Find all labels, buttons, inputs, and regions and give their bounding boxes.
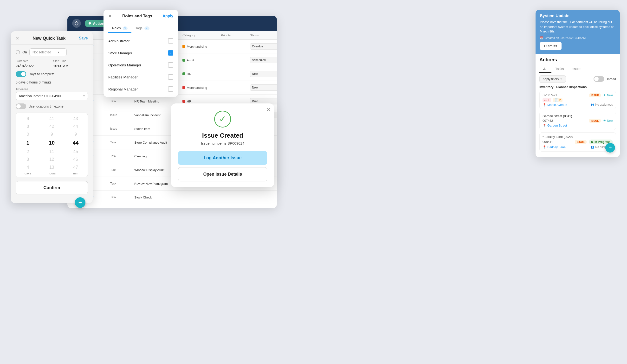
category-badge: HR [182, 72, 221, 76]
tab-issues[interactable]: Issues [568, 65, 585, 73]
mins-picker-col[interactable]: 43 44 9 44 45 46 47 min [66, 115, 85, 175]
action-card-3[interactable]: • Barkley Lane (0029) 008511 ISSUE ▶ In … [539, 132, 616, 152]
role-label: Operations Manager [108, 63, 141, 67]
issue-tag: ISSUE [589, 93, 601, 97]
action-card-header: 007452 ISSUE ★ New [542, 119, 613, 123]
row-type: Task [110, 196, 134, 199]
checkbox-unchecked[interactable] [168, 38, 173, 44]
system-update-banner: System Update Please note that the IT de… [535, 10, 620, 54]
dismiss-button[interactable]: Dismiss [540, 42, 562, 50]
not-selected-value: Not selected [33, 50, 51, 54]
nav-icon[interactable] [72, 19, 81, 28]
system-update-title: System Update [540, 13, 616, 18]
filter-icon: ⇅ [560, 77, 563, 81]
start-date-label: Start date [16, 59, 50, 63]
check-circle-icon: ✓ [214, 111, 231, 128]
tab-tags[interactable]: Tags 4 [131, 24, 153, 33]
picker-item: 45 [73, 148, 78, 155]
roles-item-facilities-manager[interactable]: Facilities Manager [104, 71, 178, 83]
orange-count: 📄 2 [553, 98, 563, 102]
task-panel-header: ✕ New Quick Task Save [11, 31, 93, 45]
issue-tag: ISSUE [575, 140, 586, 144]
action-card-1[interactable]: SP007491 ISSUE ★ New 🏷 1 📄 2 📍 Maple Ave… [539, 91, 616, 109]
status-select[interactable]: New ▾ [250, 85, 277, 91]
checkbox-checked[interactable]: ✓ [168, 50, 173, 56]
days-picker-label: days [25, 172, 31, 175]
roles-item-regional-manager[interactable]: Regional Manager [104, 83, 178, 95]
tab-tasks[interactable]: Tasks [551, 65, 568, 73]
actions-sidebar: System Update Please note that the IT de… [535, 10, 620, 157]
status-select[interactable]: Scheduled ▾ [250, 57, 277, 63]
on-radio[interactable] [16, 50, 20, 54]
task-panel-title: New Quick Task [33, 36, 65, 41]
col-status: Status: [250, 33, 277, 37]
checkbox-unchecked[interactable] [168, 62, 173, 68]
status-select[interactable]: New ▾ [250, 71, 277, 77]
location-text: Maple Avenue [547, 103, 567, 107]
issue-dialog-close-button[interactable]: ✕ [266, 107, 270, 113]
hours-picker-col[interactable]: 41 42 9 10 11 12 13 hours [42, 115, 61, 175]
actions-section-title: Actions [539, 57, 616, 63]
picker-item: 43 [73, 115, 78, 123]
add-fab-sidebar-button[interactable]: + [605, 143, 615, 152]
task-panel-save-button[interactable]: Save [79, 36, 88, 41]
add-fab-button[interactable]: + [75, 197, 85, 208]
picker-item: 13 [49, 163, 54, 171]
not-selected-dropdown[interactable]: Not selected ▾ [29, 48, 67, 56]
system-update-body: Please note that the IT department will … [540, 20, 616, 34]
location: 📍 Maple Avenue [542, 103, 567, 107]
roles-item-administrator[interactable]: Administrator [104, 35, 178, 47]
roles-dialog-header: ✕ Roles and Tags Apply [104, 10, 178, 22]
use-locations-timezone-toggle[interactable] [16, 103, 26, 109]
start-date-value: 24/04/2022 [16, 64, 50, 68]
picker-item: 9 [74, 130, 77, 138]
picker-item: 8 [27, 123, 29, 130]
group-title: Inventory - Planned Inspections [539, 85, 616, 89]
actions-tabs: All Tasks Issues [539, 65, 616, 73]
roles-dialog-close-button[interactable]: ✕ [108, 13, 112, 19]
row-type: Task [110, 168, 134, 172]
roles-tabs: Roles 5 Tags 4 [104, 22, 178, 33]
role-label: Facilities Manager [108, 75, 138, 79]
action-card-header: 008511 ISSUE ▶ In Progress [542, 139, 613, 144]
apply-filters-button[interactable]: Apply filters ⇅ [539, 75, 566, 83]
roles-item-operations-manager[interactable]: Operations Manager [104, 59, 178, 71]
tab-all[interactable]: All [539, 65, 551, 73]
play-icon: ▶ [591, 140, 594, 144]
checkbox-unchecked[interactable] [168, 86, 173, 92]
confirm-button[interactable]: Confirm [16, 181, 88, 194]
location-icon: 📍 [542, 145, 546, 149]
assignees: 👥 No assignees [591, 103, 613, 106]
status-select[interactable]: Overdue ▾ [250, 43, 277, 49]
roles-tab-label: Roles [112, 26, 121, 30]
tab-roles[interactable]: Roles 5 [108, 24, 131, 33]
picker-item: 41 [49, 115, 54, 123]
duration-value: 0 days 0 hours 0 minuts [16, 80, 88, 84]
star-icon: ★ [603, 93, 606, 97]
actions-content: Actions All Tasks Issues Apply filters ⇅… [535, 54, 620, 157]
issue-tag: ISSUE [589, 119, 601, 123]
use-locations-timezone-row: Use locations timezone [16, 103, 88, 109]
tags-tab-count: 4 [144, 26, 150, 30]
task-panel: ✕ New Quick Task Save On Not selected ▾ … [11, 31, 93, 203]
unread-toggle[interactable]: Unread [594, 76, 616, 82]
issue-number-text: Issue number is SP009614 [178, 141, 267, 145]
col-category: Category: [182, 33, 221, 37]
picker-item: 2 [27, 148, 29, 155]
checkbox-unchecked[interactable] [168, 74, 173, 80]
log-another-issue-button[interactable]: Log Another Issue [178, 151, 267, 165]
mins-picker-label: min [73, 172, 78, 175]
action-card-2[interactable]: Garden Street (0041) 007452 ISSUE ★ New … [539, 112, 616, 130]
calendar-icon: 📅 [540, 36, 543, 40]
days-to-complete-toggle[interactable] [16, 71, 26, 77]
cat-dot [182, 59, 185, 62]
task-panel-close-button[interactable]: ✕ [16, 36, 19, 41]
roles-dialog-apply-button[interactable]: Apply [163, 14, 173, 18]
open-issue-details-button[interactable]: Open Issue Details [178, 167, 267, 182]
sp-id: 008511 [542, 140, 553, 144]
location-icon: 📍 [542, 124, 546, 127]
days-picker-col[interactable]: 9 8 0 1 2 3 4 days [18, 115, 38, 175]
unread-toggle-switch[interactable] [594, 76, 604, 82]
timezone-dropdown[interactable]: America/Toronto UTC-04:00 ▾ [16, 92, 88, 100]
roles-item-store-manager[interactable]: Store Manager ✓ [104, 47, 178, 59]
